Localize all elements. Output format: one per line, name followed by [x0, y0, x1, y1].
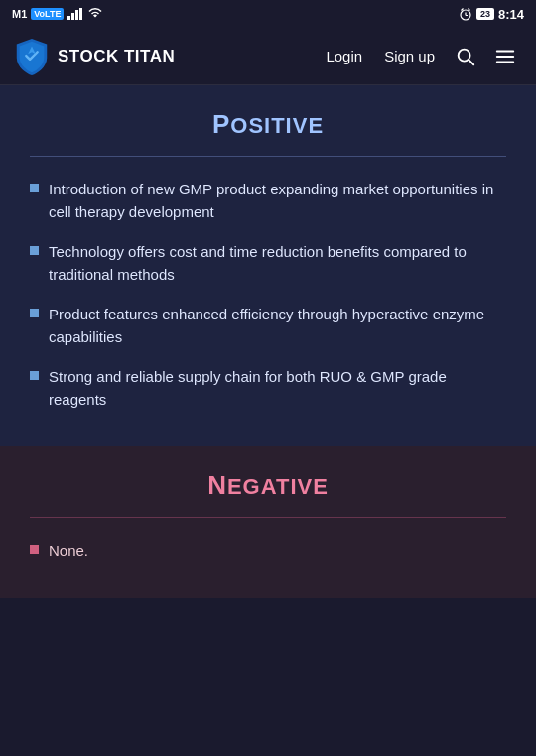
list-item: Strong and reliable supply chain for bot…: [30, 366, 506, 411]
main-content: POSITIVE Introduction of new GMP product…: [0, 85, 536, 598]
svg-rect-3: [79, 8, 82, 20]
positive-section: POSITIVE Introduction of new GMP product…: [0, 85, 536, 446]
hamburger-icon: [494, 46, 516, 67]
battery-level: 23: [476, 8, 494, 20]
bullet-text: Technology offers cost and time reductio…: [49, 241, 506, 286]
bullet-icon: [30, 309, 39, 317]
svg-rect-1: [71, 13, 74, 20]
logo-text: STOCK TITAN: [58, 47, 175, 66]
positive-bullet-list: Introduction of new GMP product expandin…: [30, 179, 506, 411]
time-display: 8:14: [498, 7, 524, 22]
logo-area: STOCK TITAN: [14, 37, 318, 76]
negative-section: NEGATIVE None.: [0, 446, 536, 598]
svg-rect-0: [67, 16, 70, 20]
svg-rect-2: [75, 10, 78, 20]
svg-line-10: [469, 60, 473, 64]
bullet-icon: [30, 184, 39, 192]
negative-bullet-list: None.: [30, 540, 506, 563]
search-icon: [455, 46, 476, 67]
bullet-icon: [30, 371, 39, 380]
bullet-text: Product features enhanced efficiency thr…: [49, 304, 506, 348]
status-left: M1 VoLTE: [12, 8, 103, 20]
negative-divider: [30, 517, 506, 518]
wifi-icon: [87, 8, 103, 20]
status-right: 23 8:14: [459, 7, 524, 22]
bullet-text: None.: [49, 540, 88, 563]
carrier-label: M1: [12, 8, 27, 20]
negative-title: NEGATIVE: [30, 470, 506, 501]
positive-divider: [30, 156, 506, 157]
login-link[interactable]: Login: [318, 44, 370, 68]
bullet-text: Strong and reliable supply chain for bot…: [49, 366, 506, 411]
signup-link[interactable]: Sign up: [376, 44, 443, 68]
navbar: STOCK TITAN Login Sign up: [0, 28, 536, 85]
status-bar: M1 VoLTE 23 8:14: [0, 0, 536, 28]
menu-button[interactable]: [488, 42, 522, 71]
search-button[interactable]: [449, 42, 482, 71]
volte-badge: VoLTE: [31, 8, 64, 20]
list-item: Product features enhanced efficiency thr…: [30, 304, 506, 348]
positive-title: POSITIVE: [30, 109, 506, 140]
logo-icon: [14, 37, 50, 76]
signal-icon: [67, 8, 83, 20]
list-item: None.: [30, 540, 506, 563]
list-item: Introduction of new GMP product expandin…: [30, 179, 506, 223]
bullet-icon: [30, 545, 39, 554]
list-item: Technology offers cost and time reductio…: [30, 241, 506, 286]
nav-links: Login Sign up: [318, 42, 522, 71]
bullet-icon: [30, 246, 39, 255]
alarm-icon: [459, 7, 472, 21]
bullet-text: Introduction of new GMP product expandin…: [49, 179, 506, 223]
